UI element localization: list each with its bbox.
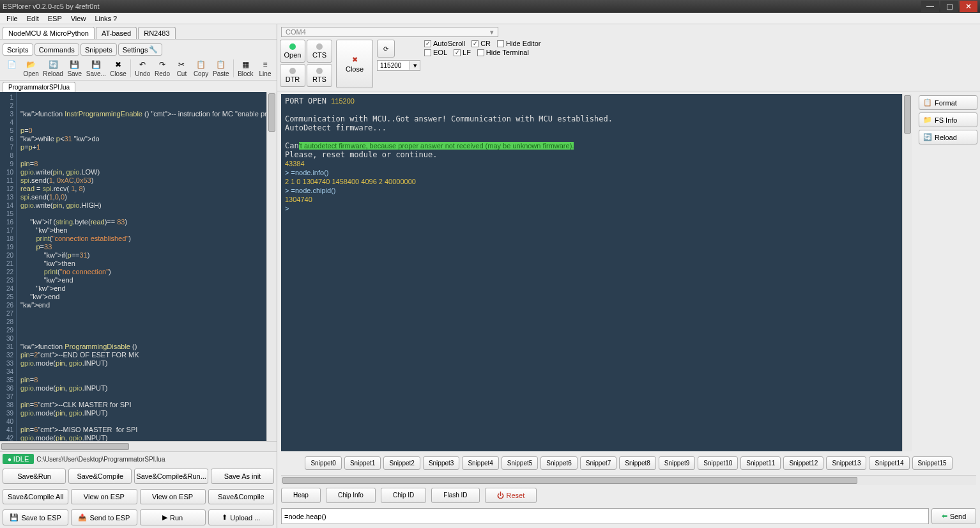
- snippet-5[interactable]: Snippet5: [501, 456, 538, 470]
- action-savetoesp[interactable]: 💾Save to ESP: [3, 509, 68, 525]
- reset-icon: ⏻: [497, 492, 504, 499]
- action-sendtoesp[interactable]: 📤Send to ESP: [71, 509, 137, 525]
- menu-edit[interactable]: Edit: [23, 14, 43, 23]
- snippet-4[interactable]: Snippet4: [462, 456, 498, 470]
- side-buttons: 📋Format📁FS Info🔄Reload: [916, 91, 980, 451]
- toolbar-line[interactable]: ≡Line: [256, 58, 274, 79]
- action-viewonesp[interactable]: View on ESP: [71, 489, 137, 504]
- toolbar-redo[interactable]: ↷Redo: [153, 58, 172, 79]
- snippet-11[interactable]: Snippet11: [740, 456, 781, 470]
- rts-button[interactable]: RTS: [307, 64, 332, 87]
- eol-checkbox[interactable]: EOL: [424, 49, 447, 56]
- toolbar-block[interactable]: ▦Block: [236, 58, 255, 79]
- action-savecompile[interactable]: Save&Compile: [68, 469, 132, 484]
- toolbar-undo[interactable]: ↶Undo: [134, 58, 152, 79]
- sub-tab-commands[interactable]: Commands: [34, 43, 79, 56]
- snippet-9[interactable]: Snippet9: [659, 456, 695, 470]
- toolbar-save[interactable]: 💾Save: [66, 58, 84, 79]
- terminal-scrollbar-v[interactable]: [902, 94, 912, 451]
- snippet-14[interactable]: Snippet14: [869, 456, 909, 470]
- info-chipinfo[interactable]: Chip Info: [326, 488, 376, 503]
- sub-tab-snippets[interactable]: Snippets: [80, 43, 117, 56]
- toolbar-save[interactable]: 💾Save...: [85, 58, 107, 79]
- maximize-button[interactable]: ▢: [940, 1, 958, 12]
- menu-view[interactable]: View: [67, 14, 90, 23]
- snippet-scrollbar-h[interactable]: [281, 475, 976, 485]
- toolbar-open[interactable]: 📂Open: [22, 58, 40, 79]
- lf-checkbox[interactable]: ✓LF: [454, 49, 471, 56]
- toolbar-cut[interactable]: ✂Cut: [172, 58, 190, 79]
- snippet-7[interactable]: Snippet7: [580, 456, 616, 470]
- dtr-button[interactable]: DTR: [280, 64, 305, 87]
- menu-links[interactable]: Links ?: [91, 14, 121, 23]
- command-input[interactable]: [281, 508, 929, 524]
- editor-scrollbar-v[interactable]: [266, 92, 277, 441]
- close-port-button[interactable]: ✖Close: [336, 40, 373, 88]
- reload-icon: 🔄: [923, 133, 932, 141]
- action-buttons-3: 💾Save to ESP📤Send to ESP▶Run⬆Upload ...: [0, 507, 277, 528]
- snippet-10[interactable]: Snippet10: [698, 456, 738, 470]
- cts-button[interactable]: CTS: [307, 40, 332, 63]
- line-icon: ≡: [260, 59, 270, 70]
- sub-tab-scripts[interactable]: Scripts: [3, 43, 33, 56]
- code-content[interactable]: "kw">function InstrProgrammingEnable () …: [17, 92, 277, 441]
- action-saverun[interactable]: Save&Run: [3, 469, 66, 484]
- action-saveasinit[interactable]: Save As init: [211, 469, 274, 484]
- snippet-12[interactable]: Snippet12: [783, 456, 823, 470]
- side-fsinfo[interactable]: 📁FS Info: [919, 113, 977, 127]
- send-button[interactable]: ⬅Send: [931, 508, 976, 524]
- action-savecompilerun[interactable]: Save&Compile&Run...: [134, 469, 208, 484]
- snippet-15[interactable]: Snippet15: [912, 456, 953, 470]
- hideeditor-checkbox[interactable]: Hide Editor: [497, 40, 540, 47]
- reset-button[interactable]: ⏻Reset: [485, 488, 537, 503]
- snippet-13[interactable]: Snippet13: [826, 456, 866, 470]
- minimize-button[interactable]: —: [921, 1, 939, 12]
- editor-scrollbar-h[interactable]: [0, 441, 277, 451]
- toolbar-paste[interactable]: 📋Paste: [211, 58, 231, 79]
- info-flashid[interactable]: Flash ID: [431, 488, 479, 503]
- menu-esp[interactable]: ESP: [44, 14, 66, 23]
- toolbar-copy[interactable]: 📋Copy: [192, 58, 210, 79]
- toolbar-new[interactable]: 📄: [3, 58, 20, 79]
- sub-tab-settings[interactable]: Settings🔧: [118, 43, 163, 56]
- close-window-button[interactable]: ✕: [960, 1, 977, 12]
- side-reload[interactable]: 🔄Reload: [919, 130, 977, 144]
- action-run[interactable]: ▶Run: [140, 509, 206, 525]
- snippet-6[interactable]: Snippet6: [540, 456, 577, 470]
- info-heap[interactable]: Heap: [281, 488, 321, 503]
- toolbar-reload[interactable]: 🔄Reload: [42, 58, 65, 79]
- terminal[interactable]: PORT OPEN 115200Communication with MCU..…: [281, 94, 912, 451]
- info-chipid[interactable]: Chip ID: [381, 488, 426, 503]
- action-savecompile[interactable]: Save&Compile: [208, 489, 274, 504]
- close-icon: ✖: [113, 59, 123, 70]
- snippet-0[interactable]: Snippet0: [305, 456, 341, 470]
- mode-tab-0[interactable]: NodeMCU & MicroPython: [3, 27, 95, 39]
- refresh-port-button[interactable]: ⟳: [377, 40, 395, 58]
- app-title: ESPlorer v0.2.0-rc5 by 4refr0nt: [3, 3, 100, 10]
- snippet-3[interactable]: Snippet3: [423, 456, 459, 470]
- open-port-button[interactable]: Open: [280, 40, 305, 63]
- mode-tab-1[interactable]: AT-based: [96, 27, 137, 39]
- toolbar-close[interactable]: ✖Close: [109, 58, 128, 79]
- action-viewonesp[interactable]: View on ESP: [140, 489, 206, 504]
- menu-file[interactable]: File: [3, 14, 22, 23]
- cr-checkbox[interactable]: ✓CR: [471, 40, 491, 47]
- btn-icon: ⬆: [222, 513, 227, 522]
- snippet-buttons: Snippet0Snippet1Snippet2Snippet3Snippet4…: [277, 451, 980, 475]
- hideterminal-checkbox[interactable]: Hide Terminal: [477, 49, 529, 56]
- side-format[interactable]: 📋Format: [919, 95, 977, 110]
- idle-badge: ● IDLE: [3, 454, 34, 464]
- snippet-8[interactable]: Snippet8: [619, 456, 655, 470]
- action-savecompileall[interactable]: Save&Compile All: [3, 489, 68, 504]
- port-select[interactable]: COM4 ▾: [281, 27, 498, 37]
- snippet-1[interactable]: Snippet1: [344, 456, 381, 470]
- format-icon: 📋: [923, 98, 932, 107]
- mode-tab-2[interactable]: RN2483: [138, 27, 175, 39]
- file-tab[interactable]: ProgrammatorSPI.lua: [3, 82, 75, 92]
- snippet-2[interactable]: Snippet2: [383, 456, 420, 470]
- baud-select[interactable]: ▾: [377, 60, 420, 71]
- code-editor[interactable]: 1234567891011121314151617181920212223242…: [0, 92, 277, 441]
- action-upload[interactable]: ⬆Upload ...: [208, 509, 274, 525]
- sub-tabs: ScriptsCommandsSnippetsSettings🔧: [0, 39, 277, 57]
- autoscroll-checkbox[interactable]: ✓AutoScroll: [424, 40, 465, 47]
